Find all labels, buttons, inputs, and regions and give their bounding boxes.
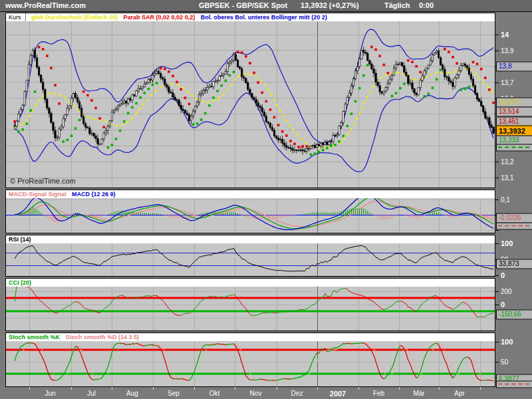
x-axis-month-label: Apr	[454, 390, 465, 397]
indicator-value-label	[496, 144, 532, 152]
indicator-value-label: 13,572	[496, 98, 532, 108]
y-axis-tick	[495, 51, 499, 51]
x-axis-month-label: Sep	[168, 390, 180, 397]
x-axis-tick	[358, 387, 359, 390]
rsi-panel: RSI (14)	[5, 235, 495, 277]
x-axis-tick	[71, 387, 72, 390]
y-axis-tick-label: 200	[501, 288, 512, 295]
kurs-tab[interactable]: Kurs	[6, 13, 26, 21]
macd-panel: MACD-Signal Signal MACD (12 26 9)	[5, 190, 495, 233]
stoch-chart-canvas[interactable]	[6, 341, 495, 386]
chart-title: GBPSEK - GBP/SEK Spot	[199, 1, 287, 9]
y-axis-tick-label: 13,1	[501, 174, 513, 182]
y-axis-tick-label: 13,2	[501, 158, 513, 166]
last-quote: 13,3932 (+0,27%)	[301, 1, 359, 9]
indicator-value-label: -150,66	[496, 310, 532, 320]
y-axis-tick-label: 13,9	[501, 47, 513, 55]
y-axis-tick	[495, 230, 499, 231]
x-axis-tick	[153, 387, 154, 390]
y-axis-tick	[495, 243, 499, 244]
x-axis-month-label: Nov	[250, 390, 262, 397]
sar-indicator-label[interactable]: Parab SAR (0,02 0,02 0,2)	[124, 14, 196, 21]
line-style-swatch	[498, 225, 529, 227]
y-axis-tick	[495, 275, 499, 276]
x-axis-tick	[235, 387, 235, 390]
y-axis-tick-label: 100	[501, 239, 513, 247]
line-style-swatch	[498, 384, 529, 385]
indicator-value-label: 13,514	[496, 107, 532, 117]
x-axis-month-label: Dez	[291, 390, 303, 397]
indicator-value-label: 33,873	[496, 259, 532, 269]
rsi-chart-canvas[interactable]	[6, 243, 495, 276]
x-axis-month-label: Okt	[209, 390, 220, 397]
x-axis-month-label: Jun	[45, 390, 55, 397]
y-axis-tick-label: 0	[501, 271, 505, 279]
y-axis-tick-label: 13,7	[501, 79, 513, 86]
x-axis-tick	[112, 387, 112, 390]
indicator-value-label	[496, 223, 532, 230]
watermark: © ProRealTime.com	[10, 177, 76, 185]
rsi-label[interactable]: RSI (14)	[9, 236, 31, 243]
x-axis-tick	[29, 387, 30, 390]
stoch-panel: Stoch smooth %K Stoch smooth %D (14 3 5)	[5, 332, 495, 387]
x-axis-month-label: Jul	[87, 390, 96, 397]
y-axis-tick	[495, 35, 499, 35]
time-label: 0:00	[419, 1, 434, 9]
x-axis-tick	[439, 387, 440, 390]
site-link[interactable]: www.ProRealTime.com	[5, 1, 86, 9]
x-axis-tick	[480, 387, 481, 390]
timeframe-label[interactable]: Täglich	[384, 1, 410, 9]
indicator-value-label: -0,0226	[496, 213, 532, 223]
y-axis-tick-label: 50	[501, 358, 508, 366]
indicator-value-label: 13,8	[496, 62, 532, 72]
time-axis[interactable]: JunJulAugSepOktNovDez2007FebMärApr	[5, 387, 532, 399]
x-axis-tick	[277, 387, 277, 390]
price-panel: Kurs gleit Durchschnitt (Einfach 20) Par…	[5, 13, 495, 188]
price-axis[interactable]: 1413,913,813,713,613,513,413,313,213,10,…	[495, 0, 532, 399]
y-axis-tick	[495, 162, 499, 162]
x-axis-tick	[194, 387, 195, 390]
y-axis-tick-label: 100	[501, 338, 513, 346]
y-axis-tick	[495, 362, 499, 362]
y-axis-tick-label: 0	[501, 301, 505, 309]
line-style-swatch	[498, 147, 529, 148]
y-axis-tick	[495, 291, 499, 292]
y-axis-tick	[495, 82, 499, 83]
stoch-d-label[interactable]: Stoch smooth %D (14 3 5)	[66, 334, 140, 340]
prorealtime-app: { "top_bar": { "site": "www.ProRealTime.…	[0, 0, 532, 399]
y-axis-tick-label: 0,1	[501, 196, 510, 203]
x-axis-month-label: Feb	[373, 390, 384, 397]
macd-chart-canvas[interactable]	[6, 198, 495, 233]
price-chart-canvas[interactable]	[6, 21, 495, 188]
stoch-k-label[interactable]: Stoch smooth %K	[9, 334, 60, 340]
cci-chart-canvas[interactable]	[6, 287, 495, 331]
x-axis-tick	[317, 387, 318, 390]
x-axis-month-label: Aug	[126, 390, 138, 397]
cci-label[interactable]: CCI (20)	[9, 279, 31, 286]
y-axis-tick-label: 14	[501, 31, 509, 39]
x-axis-month-label: 2007	[330, 390, 346, 398]
x-axis-month-label: Mär	[413, 390, 424, 397]
y-axis-tick	[495, 342, 499, 342]
ma-indicator-label[interactable]: gleit Durchschnitt (Einfach 20)	[31, 14, 118, 21]
cci-panel: CCI (20)	[5, 278, 495, 331]
y-axis-tick	[495, 200, 499, 200]
macd-label[interactable]: MACD (12 26 9)	[72, 191, 116, 198]
x-axis-tick	[399, 387, 400, 390]
macd-signal-label[interactable]: MACD-Signal Signal	[9, 191, 66, 198]
y-axis-tick	[495, 178, 499, 178]
bollinger-indicator-label[interactable]: Bol. oberes Bol. unteres Bollinger mitt …	[201, 14, 327, 21]
top-bar: www.ProRealTime.com GBPSEK - GBP/SEK Spo…	[0, 0, 532, 12]
y-axis-tick	[495, 305, 499, 305]
